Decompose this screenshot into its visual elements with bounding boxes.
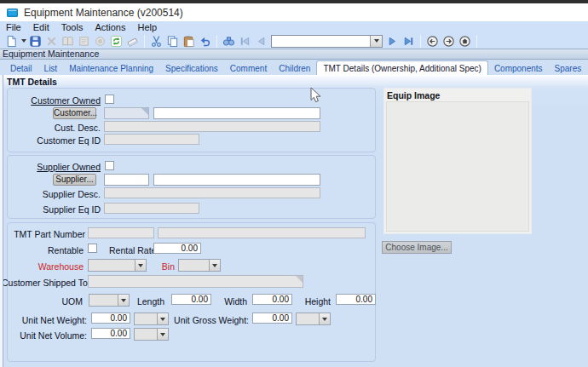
- customer-owned-checkbox[interactable]: [105, 95, 114, 104]
- rental-rate-label: Rental Rate: [109, 245, 149, 255]
- bin-combobox[interactable]: [178, 259, 221, 272]
- tab-tmt-details-ownership-additional-spec[interactable]: TMT Details (Ownership, Additional Spec): [316, 60, 487, 75]
- delete-icon: [43, 34, 60, 49]
- unit-net-volume-field[interactable]: 0.00: [91, 328, 130, 339]
- equip-image-area: [386, 101, 529, 232]
- toolbar-separator: [476, 35, 477, 48]
- supplier-eq-id-field: [104, 203, 199, 214]
- copy-icon[interactable]: [164, 34, 181, 49]
- save-icon[interactable]: [27, 34, 43, 49]
- attachments-icon: [92, 34, 108, 49]
- next-record-icon[interactable]: [384, 34, 401, 49]
- toolbar-separator: [144, 35, 145, 48]
- tmt-details-page: TMT Details Customer Owned Customer... C…: [0, 75, 588, 367]
- tab-children[interactable]: Children: [273, 62, 316, 75]
- menu-edit[interactable]: Edit: [27, 21, 55, 33]
- unit-net-weight-uom-value: [135, 313, 157, 324]
- supplier-owned-checkbox[interactable]: [105, 161, 114, 170]
- paste-icon[interactable]: [181, 34, 197, 49]
- unit-gross-weight-field[interactable]: 0.00: [252, 313, 292, 324]
- bin-value: [179, 260, 209, 271]
- unit-net-weight-uom-dropdown-icon[interactable]: [157, 313, 168, 324]
- clear-icon[interactable]: [124, 34, 141, 49]
- duplicate-icon: [76, 34, 92, 49]
- height-field[interactable]: 0.00: [336, 294, 376, 305]
- last-record-icon[interactable]: [401, 34, 417, 49]
- rentable-label: Rentable: [7, 245, 84, 255]
- tab-specifications[interactable]: Specifications: [159, 62, 224, 75]
- unit-gross-weight-uom-dropdown-icon[interactable]: [319, 313, 330, 324]
- menu-tools[interactable]: Tools: [55, 21, 89, 33]
- menu-actions[interactable]: Actions: [89, 21, 131, 33]
- tmt-part-number-label: TMT Part Number: [7, 229, 85, 239]
- supplier-desc-field: [104, 187, 320, 198]
- rentable-checkbox[interactable]: [88, 244, 97, 253]
- length-label: Length: [128, 296, 164, 307]
- window-title: Equipment Maintenance (v200514): [24, 7, 183, 19]
- customer-eq-id-label: Customer Eq ID: [7, 135, 101, 146]
- tab-comment[interactable]: Comment: [224, 62, 273, 75]
- supplier-code-field[interactable]: [104, 174, 149, 186]
- customer-name-field[interactable]: [153, 107, 320, 119]
- rental-rate-field[interactable]: 0.00: [153, 243, 201, 254]
- record-selector-dropdown-icon[interactable]: [370, 36, 382, 47]
- supplier-eq-id-label: Supplier Eq ID: [7, 204, 101, 215]
- window-left-border: [3, 75, 3, 367]
- choose-image-button[interactable]: Choose Image...: [382, 241, 452, 254]
- tab-list[interactable]: List: [38, 62, 64, 75]
- uom-label: UOM: [7, 296, 83, 307]
- width-field[interactable]: 0.00: [252, 294, 292, 305]
- customer-code-field: [104, 107, 149, 119]
- navigate-forward-icon[interactable]: [441, 34, 457, 49]
- warehouse-value: [89, 260, 135, 271]
- record-selector-combobox[interactable]: [271, 35, 383, 48]
- unit-net-weight-field[interactable]: 0.00: [91, 313, 130, 324]
- home-icon[interactable]: [457, 34, 473, 49]
- uom-combobox[interactable]: [89, 294, 130, 307]
- document-header: Equipment Maintenance: [0, 49, 588, 60]
- unit-net-weight-uom-combobox[interactable]: [134, 313, 169, 325]
- undo-icon[interactable]: [197, 34, 213, 49]
- app-icon: [7, 9, 18, 17]
- new-document-dropdown-icon[interactable]: [20, 34, 27, 49]
- menu-file[interactable]: File: [0, 21, 27, 33]
- equip-image-panel: Equip Image: [383, 88, 532, 234]
- supplier-desc-label: Supplier Desc.: [7, 189, 101, 199]
- tab-components[interactable]: Components: [488, 62, 549, 75]
- tab-detail[interactable]: Detail: [4, 62, 38, 75]
- customer-owned-label[interactable]: Customer Owned: [7, 95, 101, 106]
- find-icon[interactable]: [221, 34, 237, 49]
- unit-net-volume-uom-dropdown-icon[interactable]: [157, 329, 168, 340]
- supplier-name-field[interactable]: [153, 174, 320, 186]
- customer-lookup-button[interactable]: Customer...: [53, 107, 96, 119]
- tmt-part-number-desc-field: [158, 227, 366, 238]
- record-selector-value: [272, 36, 370, 47]
- supplier-owned-label[interactable]: Supplier Owned: [7, 162, 101, 172]
- unit-gross-weight-uom-value: [297, 313, 319, 324]
- refresh-icon[interactable]: [108, 34, 124, 49]
- new-document-icon[interactable]: [3, 34, 20, 49]
- unit-gross-weight-uom-combobox[interactable]: [296, 313, 331, 325]
- unit-net-volume-uom-combobox[interactable]: [134, 328, 169, 341]
- bin-label: Bin: [145, 261, 175, 272]
- tab-maintenance-planning[interactable]: Maintenance Planning: [63, 62, 159, 75]
- tmt-part-number-code-field: [88, 227, 154, 238]
- bin-dropdown-icon[interactable]: [209, 260, 220, 271]
- supplier-lookup-button[interactable]: Supplier...: [53, 174, 96, 186]
- warehouse-combobox[interactable]: [88, 259, 147, 272]
- menu-help[interactable]: Help: [131, 21, 163, 33]
- equipment-maintenance-window: Equipment Maintenance (v200514) FileEdit…: [0, 0, 588, 367]
- tab-spares[interactable]: Spares: [549, 62, 588, 75]
- mouse-cursor: [310, 87, 321, 106]
- navigate-back-icon[interactable]: [424, 34, 441, 49]
- customer-shipped-to-label: Customer Shipped To: [2, 278, 85, 288]
- width-label: Width: [213, 296, 247, 307]
- unit-gross-weight-label: Unit Gross Weight:: [169, 315, 249, 325]
- length-field[interactable]: 0.00: [171, 294, 211, 305]
- open-book-icon: [60, 34, 76, 49]
- height-label: Height: [298, 296, 331, 307]
- first-record-icon: [237, 34, 253, 49]
- customer-desc-field: [104, 121, 320, 132]
- menu-bar: FileEditToolsActionsHelp: [0, 21, 588, 33]
- cut-icon[interactable]: [148, 34, 164, 49]
